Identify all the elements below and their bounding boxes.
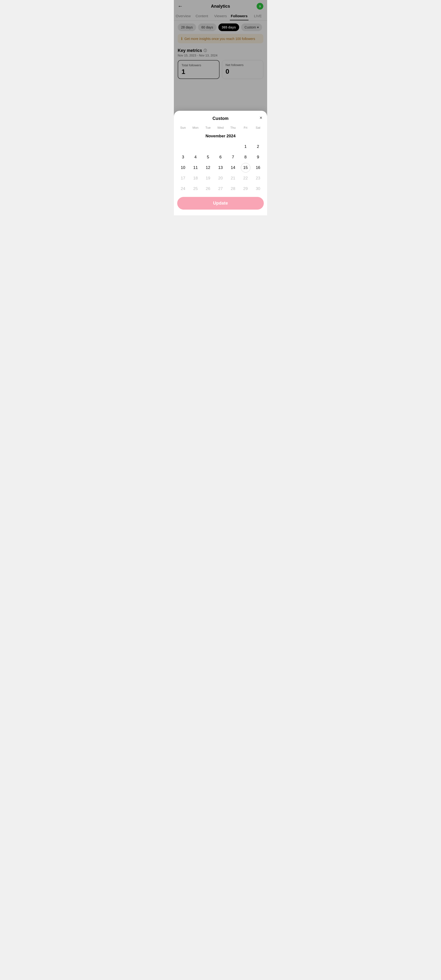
weekday-tue: Tue bbox=[202, 124, 214, 131]
cal-day-22: 22 bbox=[241, 173, 251, 183]
calendar-weekdays: Sun Mon Tue Wed Thu Fri Sat bbox=[177, 124, 264, 131]
cal-day-10[interactable]: 10 bbox=[178, 163, 188, 172]
cal-day-empty bbox=[178, 142, 188, 151]
cal-day-25: 25 bbox=[190, 184, 200, 194]
cal-day-5[interactable]: 5 bbox=[203, 153, 213, 162]
weekday-sun: Sun bbox=[177, 124, 189, 131]
cal-day-20: 20 bbox=[216, 173, 225, 183]
calendar-grid: 1234567891011121314151617181920212223242… bbox=[177, 142, 264, 194]
cal-day-14[interactable]: 14 bbox=[228, 163, 238, 172]
cal-day-6[interactable]: 6 bbox=[216, 153, 225, 162]
cal-day-empty bbox=[203, 142, 213, 151]
cal-day-21: 21 bbox=[228, 173, 238, 183]
cal-day-26: 26 bbox=[203, 184, 213, 194]
cal-day-12[interactable]: 12 bbox=[203, 163, 213, 172]
close-sheet-button[interactable]: × bbox=[260, 115, 262, 120]
cal-day-28: 28 bbox=[228, 184, 238, 194]
cal-day-empty bbox=[190, 142, 200, 151]
update-button[interactable]: Update bbox=[177, 197, 264, 210]
cal-day-1[interactable]: 1 bbox=[241, 142, 251, 151]
weekday-sat: Sat bbox=[252, 124, 264, 131]
cal-day-19: 19 bbox=[203, 173, 213, 183]
cal-day-9[interactable]: 9 bbox=[253, 153, 263, 162]
cal-day-24: 24 bbox=[178, 184, 188, 194]
cal-day-29: 29 bbox=[241, 184, 251, 194]
custom-date-sheet: Custom × Sun Mon Tue Wed Thu Fri Sat Nov… bbox=[174, 111, 267, 215]
cal-day-27: 27 bbox=[216, 184, 225, 194]
cal-day-8[interactable]: 8 bbox=[241, 153, 251, 162]
weekday-wed: Wed bbox=[214, 124, 227, 131]
cal-day-7[interactable]: 7 bbox=[228, 153, 238, 162]
cal-day-3[interactable]: 3 bbox=[178, 153, 188, 162]
cal-day-17: 17 bbox=[178, 173, 188, 183]
calendar-month: November 2024 bbox=[177, 132, 264, 142]
weekday-thu: Thu bbox=[227, 124, 239, 131]
weekday-mon: Mon bbox=[189, 124, 201, 131]
cal-day-15[interactable]: 15 bbox=[241, 163, 251, 172]
weekday-fri: Fri bbox=[239, 124, 252, 131]
sheet-header: Custom × bbox=[174, 111, 267, 124]
cal-day-18: 18 bbox=[190, 173, 200, 183]
sheet-title: Custom bbox=[213, 116, 228, 121]
cal-day-empty bbox=[216, 142, 225, 151]
cal-day-13[interactable]: 13 bbox=[216, 163, 225, 172]
cal-day-empty bbox=[228, 142, 238, 151]
cal-day-16[interactable]: 16 bbox=[253, 163, 263, 172]
calendar: Sun Mon Tue Wed Thu Fri Sat November 202… bbox=[174, 124, 267, 194]
cal-day-2[interactable]: 2 bbox=[253, 142, 263, 151]
cal-day-4[interactable]: 4 bbox=[190, 153, 200, 162]
cal-day-30: 30 bbox=[253, 184, 263, 194]
phone-container: ← Analytics 9 Overview Content Viewers F… bbox=[174, 0, 267, 215]
cal-day-23: 23 bbox=[253, 173, 263, 183]
cal-day-11[interactable]: 11 bbox=[190, 163, 200, 172]
